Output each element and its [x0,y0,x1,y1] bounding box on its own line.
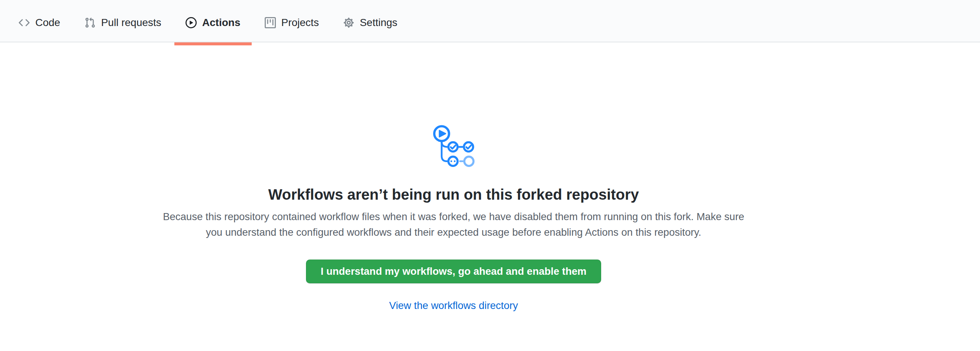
tab-settings[interactable]: Settings [332,4,409,42]
blankslate-heading: Workflows aren’t being run on this forke… [268,185,639,204]
play-icon [186,17,197,28]
repo-tab-nav: Code Pull requests Actions Projects [0,0,980,42]
gear-icon [343,17,354,28]
project-icon [265,17,276,28]
tab-label: Code [35,17,60,28]
tab-label: Pull requests [101,17,161,28]
tab-pull-requests[interactable]: Pull requests [73,4,172,42]
tab-label: Projects [282,17,319,28]
enable-workflows-button[interactable]: I understand my workflows, go ahead and … [306,259,601,283]
actions-workflow-graph-icon [433,125,475,167]
code-icon [19,17,30,28]
tab-actions[interactable]: Actions [174,4,252,42]
tab-label: Actions [202,17,240,28]
tab-code[interactable]: Code [8,4,72,42]
actions-blankslate: Workflows aren’t being run on this forke… [0,42,907,311]
view-workflows-directory-link[interactable]: View the workflows directory [389,300,518,311]
tab-projects[interactable]: Projects [253,4,330,42]
blankslate-description: Because this repository contained workfl… [154,209,754,240]
tab-label: Settings [360,17,398,28]
pull-request-icon [84,17,95,28]
